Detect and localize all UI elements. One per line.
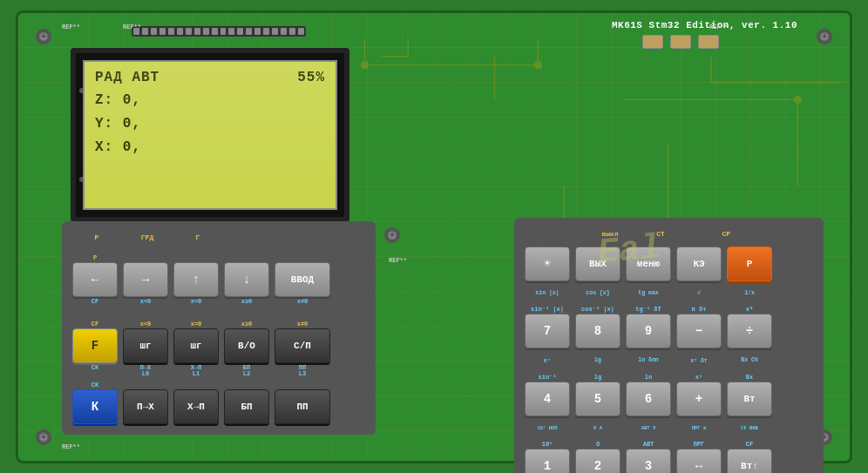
key-8-top: cos⁻¹ |x|: [576, 306, 620, 313]
label-avt: АВТ V: [626, 425, 671, 431]
key-swap[interactable]: ПРГ ↔: [676, 449, 722, 474]
key-k[interactable]: СК К: [72, 389, 118, 424]
key-step-back-top-label: x=0: [174, 321, 218, 328]
lcd-battery: 55%: [297, 69, 325, 87]
key-bp[interactable]: БП: [224, 389, 269, 424]
key-brightness[interactable]: ☀: [525, 247, 570, 281]
key-p[interactable]: Р: [727, 247, 772, 281]
label-prg: ПРГ ⊕: [676, 425, 722, 431]
key-left-sub-label: CF: [73, 298, 117, 305]
row-k: СК К П→Х Х→П БП ПП: [72, 389, 365, 424]
pcb-board: MK61S Stm32 Edition, ver. 1.10 REF** REF…: [16, 10, 852, 463]
label-g: Г: [175, 233, 220, 241]
label-xy: xʸ δт: [676, 357, 722, 364]
key-k-label: К: [92, 400, 98, 414]
row-456: sin⁻¹ 4 lg 5 ln 6 xʸ + Bx Bт: [525, 371, 813, 416]
label-lg: lg: [575, 357, 620, 364]
key-2[interactable]: О 2: [575, 449, 620, 474]
label-nop: 10ˣ НОП: [525, 425, 570, 431]
key-xtop[interactable]: Х→П: [173, 389, 219, 424]
key-2-top: О: [576, 441, 620, 448]
key-right[interactable]: → x<0: [123, 262, 168, 297]
key-bx[interactable]: Bx Bт: [727, 382, 772, 416]
key-run-stop[interactable]: x≠0 С/П ПП: [275, 328, 330, 363]
sw5-button[interactable]: [642, 35, 663, 49]
ref-bl1: REF**: [62, 443, 80, 450]
key-left-symbol: ←: [92, 273, 98, 287]
key-1[interactable]: 10ˣ 1: [525, 449, 570, 474]
key-6-label: 6: [645, 392, 652, 406]
label-bx: Bx СЧ: [727, 357, 772, 364]
key-minus[interactable]: π δт −: [676, 314, 722, 348]
key-plus[interactable]: xʸ +: [676, 382, 722, 416]
key-xtop-label: Х→П: [187, 402, 205, 412]
ref-tl2: REF**: [123, 24, 141, 30]
key-7-label: 7: [544, 324, 551, 338]
key-exit-label: ВЫХ: [589, 259, 607, 269]
pcb-title: MK61S Stm32 Edition, ver. 1.10: [612, 20, 797, 30]
key-step-fwd[interactable]: x<0 шг П→Х: [123, 328, 168, 363]
row-directions: P ← CF → x<0 ↑ x=0 ↓ x≥0 ВВОД: [72, 250, 365, 297]
key-div[interactable]: x² ÷: [727, 314, 772, 348]
key-step-fwd-label: шг: [139, 341, 151, 351]
key-7[interactable]: sin⁻¹ |x| 7: [525, 314, 570, 348]
key-4[interactable]: sin⁻¹ 4: [525, 382, 570, 416]
key-vt-label: Вт↑: [741, 461, 758, 471]
key-vt[interactable]: CF Вт↑: [727, 449, 772, 474]
key-ptox-label: П→Х: [137, 402, 154, 412]
label-l2: L2: [224, 370, 269, 377]
key-run-stop-sub-label: ПП: [275, 364, 329, 371]
lcd-line-y: Y: 0,: [95, 115, 325, 133]
label-sqrt: √: [676, 290, 722, 296]
label-oa: О А: [575, 425, 620, 431]
key-f[interactable]: CF F СК: [72, 328, 118, 363]
key-menu[interactable]: меню: [626, 247, 671, 281]
key-bp-label: БП: [241, 402, 252, 412]
key-step-back-label: шг: [190, 341, 201, 351]
key-enter[interactable]: ВВОД x≠0: [275, 262, 330, 297]
key-div-label: ÷: [746, 324, 753, 338]
key-up-sub-label: x=0: [174, 298, 218, 305]
key-9-label: 9: [645, 324, 652, 338]
key-f-sub-label: СК: [73, 364, 117, 371]
key-4-top: sin⁻¹: [526, 374, 569, 381]
key-8[interactable]: cos⁻¹ |x| 8: [575, 314, 620, 348]
key-brightness-symbol: ☀: [544, 256, 551, 271]
label-sin: sin |x|: [525, 290, 570, 296]
key-9[interactable]: tg⁻¹ δT 9: [626, 314, 671, 348]
screw-tl: [36, 29, 51, 44]
screw-bl: [36, 429, 51, 445]
label-cfinv: CF ИНВ: [727, 425, 772, 431]
key-exit[interactable]: ВЫХ: [575, 247, 620, 281]
key-menu-label: меню: [637, 259, 660, 269]
label-ln: ln δпп: [626, 357, 671, 364]
key-step-fwd-sub-label: П→Х: [124, 364, 167, 371]
top-buttons: [642, 35, 719, 49]
key-up[interactable]: ↑ x=0: [173, 262, 219, 297]
sw3-button[interactable]: [698, 35, 719, 49]
key-f-top-label: CF: [73, 321, 117, 328]
key-1-top: 10ˣ: [526, 441, 569, 448]
key-left[interactable]: P ← CF: [72, 262, 118, 297]
key-6[interactable]: ln 6: [626, 382, 671, 416]
key-step-back[interactable]: x=0 шг Х→П: [173, 328, 219, 363]
key-down[interactable]: ↓ x≥0: [224, 262, 269, 297]
key-3-label: 3: [645, 459, 652, 473]
key-3[interactable]: АВТ 3: [626, 449, 671, 474]
label-cp: СР: [688, 230, 734, 238]
row-123: 10ˣ 1 О 2 АВТ 3 ПРГ ↔ CF Вт↑: [525, 438, 813, 474]
ref-tl1: REF**: [62, 24, 80, 30]
key-left-top-label: P: [73, 254, 117, 261]
right-keypad: выкл СТ СР ☀ ВЫХ меню КЭ Р sin |x|: [514, 218, 824, 474]
key-down-sub-label: x≥0: [225, 298, 268, 305]
label-ex: eˣ: [525, 357, 570, 364]
key-ptox[interactable]: П→Х: [123, 389, 168, 424]
key-5-top: lg: [576, 374, 620, 381]
key-ke[interactable]: КЭ: [676, 247, 722, 281]
key-pp[interactable]: ПП: [275, 389, 330, 424]
key-ret[interactable]: x≥0 В/О БП: [224, 328, 269, 363]
key-5[interactable]: lg 5: [575, 382, 620, 416]
sw4-button[interactable]: [670, 35, 691, 49]
key-minus-label: −: [695, 324, 702, 338]
key-2-label: 2: [594, 459, 601, 473]
